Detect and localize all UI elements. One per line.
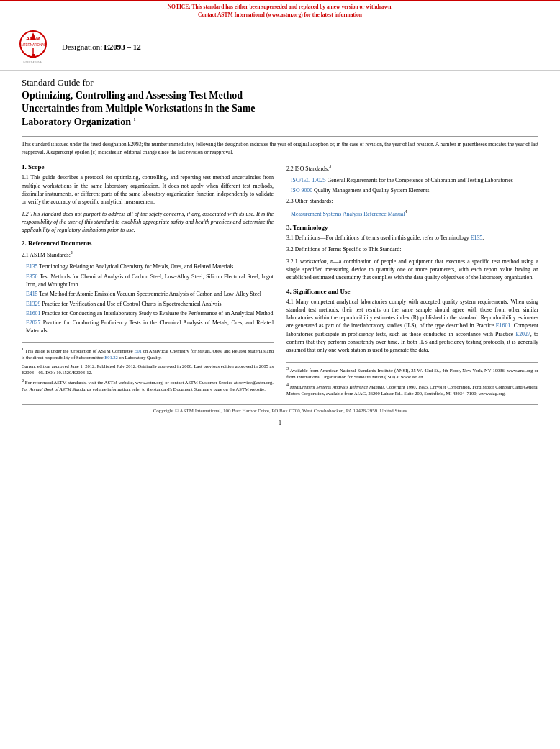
fn4: 4 Measurement Systems Analysis Reference…: [286, 382, 538, 397]
ref-E135-link[interactable]: E135: [26, 263, 37, 270]
ref-msa-link[interactable]: Measurement Systems Analysis Reference M…: [291, 211, 405, 217]
section2-sub23: 2.3 Other Standards:: [286, 197, 538, 205]
notice-bar: NOTICE: This standard has either been su…: [0, 0, 560, 22]
title-superscript: 1: [134, 117, 136, 122]
ref-E135: E135 Terminology Relating to Analytical …: [22, 263, 274, 271]
section1-p1: 1.1 This guide describes a protocol for …: [22, 173, 274, 206]
ref-E415: E415 Test Method for Atomic Emission Vac…: [22, 290, 274, 298]
ref-E350-link[interactable]: E350: [26, 273, 37, 280]
title-line4: Laboratory Organization: [22, 117, 131, 127]
svg-text:INTERNATIONAL: INTERNATIONAL: [23, 61, 43, 64]
footer-bar: Copyright © ASTM International, 100 Barr…: [22, 404, 538, 417]
doc-title: Standard Guide for Optimizing, Controlli…: [22, 76, 538, 129]
two-column-layout: 1. Scope 1.1 This guide describes a prot…: [22, 163, 538, 398]
header-section: ASTM INTERNATIONAL INTERNATIONAL Designa…: [0, 22, 560, 71]
astm-logo: ASTM INTERNATIONAL INTERNATIONAL: [14, 28, 52, 65]
ref-E2027: E2027 Practice for Conducting Proficienc…: [22, 319, 274, 335]
notice-line2: Contact ASTM International (www.astm.org…: [7, 12, 553, 19]
ref-E1601-link[interactable]: E1601: [26, 310, 40, 317]
ref-E2027-link[interactable]: E2027: [26, 319, 40, 326]
left-footnotes: 1 This guide is under the jurisdiction o…: [22, 342, 274, 393]
ref-msa-manual: Measurement Systems Analysis Reference M…: [286, 209, 538, 218]
ref-E1601: E1601 Practice for Conducting an Interla…: [22, 309, 274, 317]
section3-heading: 3. Terminology: [286, 224, 538, 231]
section1-p2: 1.2 This standard does not purport to ad…: [22, 210, 274, 235]
section3-p31: 3.1 Definitions—For definitions of terms…: [286, 234, 538, 242]
designation-label: Designation:: [62, 42, 102, 51]
page: NOTICE: This standard has either been su…: [0, 0, 560, 749]
footnote4-ref: 4: [405, 209, 407, 214]
footnote2-ref: 2: [71, 250, 73, 255]
right-column: 2.2 ISO Standards:3 ISO/IEC 17025 Genera…: [286, 163, 538, 398]
ref-E415-link[interactable]: E415: [26, 291, 37, 297]
left-column: 1. Scope 1.1 This guide describes a prot…: [22, 163, 274, 398]
title-line3: Uncertainties from Multiple Workstations…: [22, 103, 256, 114]
ref-E350: E350 Test Methods for Chemical Analysis …: [22, 273, 274, 289]
fn1b: Current edition approved June 1, 2012. P…: [22, 363, 274, 376]
ref-ISO9000-link[interactable]: ISO 9000: [291, 187, 312, 194]
title-line2: Optimizing, Controlling and Assessing Te…: [22, 90, 243, 101]
issuance-note: This standard is issued under the fixed …: [22, 136, 538, 157]
ref-ISO9000: ISO 9000 Quality Management and Quality …: [286, 186, 538, 194]
section2-heading: 2. Referenced Documents: [22, 240, 274, 247]
main-content: Standard Guide for Optimizing, Controlli…: [0, 71, 560, 426]
section3-p321: 3.2.1 workstation, n—a combination of pe…: [286, 258, 538, 282]
footer-text: Copyright © ASTM International, 100 Barr…: [153, 408, 407, 414]
footnote3-ref: 3: [329, 164, 331, 168]
page-number: 1: [22, 419, 538, 426]
fn3: 3 Available from American National Stand…: [286, 366, 538, 381]
svg-text:INTERNATIONAL: INTERNATIONAL: [20, 43, 46, 47]
ref-ISO17025: ISO/IEC 17025 General Requirements for t…: [286, 176, 538, 184]
title-line1: Standard Guide for: [22, 77, 94, 88]
designation-value: E2093 – 12: [104, 42, 140, 51]
section4-E1601-link[interactable]: E1601: [496, 322, 510, 329]
section4-heading: 4. Significance and Use: [286, 288, 538, 295]
ref-ISO17025-link[interactable]: ISO/IEC 17025: [291, 177, 326, 183]
right-footnotes: 3 Available from American National Stand…: [286, 362, 538, 397]
fn2: 2 For referenced ASTM standards, visit t…: [22, 378, 274, 393]
notice-line1: NOTICE: This standard has either been su…: [7, 4, 553, 12]
section1-heading: 1. Scope: [22, 163, 274, 171]
svg-rect-6: [30, 56, 36, 58]
section4-p41: 4.1 Many competent analytical laboratori…: [286, 298, 538, 355]
ref-E1329: E1329 Practice for Verification and Use …: [22, 300, 274, 308]
section3-E135-link[interactable]: E135: [471, 235, 482, 241]
section2-sub21: 2.1 ASTM Standards:2: [22, 250, 274, 259]
fn1: 1 This guide is under the jurisdiction o…: [22, 346, 274, 361]
svg-rect-5: [32, 54, 35, 56]
designation-block: Designation: E2093 – 12: [62, 42, 141, 51]
section4-E2027-link[interactable]: E2027: [515, 331, 530, 337]
section2-sub22: 2.2 ISO Standards:3: [286, 163, 538, 173]
section3-p32: 3.2 Definitions of Terms Specific to Thi…: [286, 245, 538, 253]
ref-E1329-link[interactable]: E1329: [26, 301, 40, 307]
